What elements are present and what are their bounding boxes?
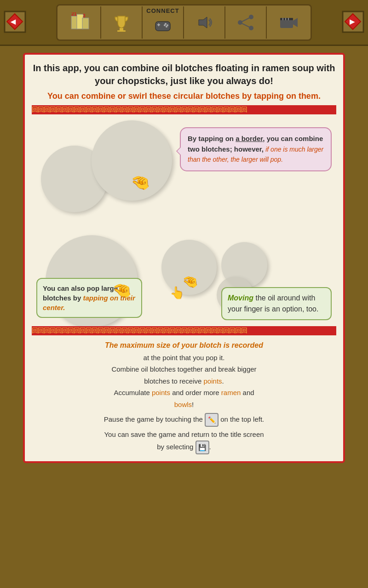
corner-decoration-right: ▶	[340, 9, 366, 34]
share-button[interactable]	[225, 6, 267, 39]
svg-point-15	[166, 26, 167, 28]
greek-border-top	[32, 105, 336, 114]
intro-bold-text: In this app, you can combine oil blotche…	[32, 62, 336, 87]
svg-rect-8	[120, 28, 123, 30]
diagram-bottom: 🤏 🤏 👆 You can also pop large blotches by…	[32, 231, 336, 322]
bottom-line1: The maximum size of your blotch is recor…	[32, 339, 336, 351]
bottom-line8: You can save the game and return to the …	[32, 429, 336, 441]
bottom-line6: bowls!	[32, 399, 336, 411]
svg-rect-12	[158, 23, 159, 26]
bottom-bowls: bowls	[174, 401, 192, 408]
svg-rect-9	[117, 30, 126, 32]
svg-marker-24	[293, 18, 298, 27]
greek-border-bottom	[32, 326, 336, 335]
bottom-line9: by selecting 💾.	[32, 441, 336, 454]
save-icon: 💾	[196, 441, 209, 454]
svg-text:◀: ◀	[10, 18, 16, 25]
svg-text:3: 3	[83, 13, 86, 18]
callout-border-word: a border	[236, 135, 263, 142]
corner-decoration-left: ◀	[2, 9, 28, 34]
bottom-text-block: The maximum size of your blotch is recor…	[32, 339, 336, 454]
toolbar-buttons: 21 3 CONNECT	[56, 4, 312, 41]
svg-marker-17	[199, 17, 207, 28]
svg-rect-5	[82, 18, 89, 29]
bottom-points-1: points	[204, 377, 222, 385]
finger-cursor-move-2: 👆	[170, 286, 184, 300]
callout-prefix: By tapping on	[188, 135, 236, 142]
bottom-line3: Combine oil blotches together and break …	[32, 363, 336, 375]
svg-text:▶: ▶	[350, 18, 355, 25]
finger-cursor-top: 🤏	[131, 173, 150, 192]
pause-icon: ✏️	[205, 413, 218, 427]
trophy-button[interactable]	[101, 6, 143, 39]
bottom-line2: at the point that you pop it.	[32, 352, 336, 364]
video-button[interactable]	[267, 6, 308, 39]
svg-text:21: 21	[71, 12, 77, 17]
connect-button[interactable]: CONNECT	[143, 6, 184, 39]
finger-cursor-move-1: 🤏	[182, 274, 198, 289]
intro-orange-text: You can combine or swirl these circular …	[32, 91, 336, 102]
svg-line-21	[240, 17, 251, 23]
bottom-line5: Accumulate points and order more ramen a…	[32, 387, 336, 399]
score-button[interactable]: 21 3	[60, 6, 101, 39]
svg-rect-10	[155, 22, 170, 31]
sound-button[interactable]	[184, 6, 225, 39]
svg-rect-25	[280, 18, 293, 20]
connect-label: CONNECT	[146, 7, 179, 14]
svg-line-22	[240, 23, 251, 28]
toolbar: ◀ 21 3 CONNECT	[0, 0, 368, 46]
callout-moving-word: Moving	[228, 294, 253, 302]
diagram-top: 🤏 By tapping on a border, you can combin…	[32, 118, 336, 228]
bottom-line4: blotches to receive points.	[32, 375, 336, 387]
bottom-points-2: points	[152, 389, 170, 396]
callout-move-bubble: Moving the oil around with your finger i…	[221, 287, 332, 320]
svg-point-16	[164, 24, 166, 26]
main-content-panel: In this app, you can combine oil blotche…	[23, 53, 345, 463]
finger-cursor-pop: 🤏	[112, 281, 132, 300]
bottom-line7: Pause the game by touching the ✏️ on the…	[32, 413, 336, 427]
bottom-ramen: ramen	[221, 389, 241, 396]
callout-combine-bubble: By tapping on a border, you can combine …	[180, 127, 332, 171]
